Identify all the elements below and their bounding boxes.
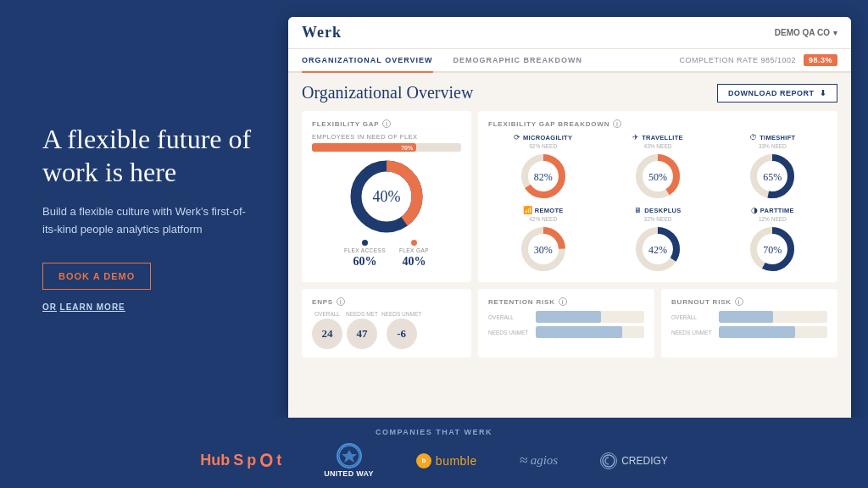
- remote-title: REMOTE: [535, 207, 564, 214]
- agios-logo: ≈ agios: [520, 452, 558, 469]
- enps-needs-met-label: NEEDS MET: [346, 311, 378, 317]
- remote-donut: 30%: [519, 225, 568, 274]
- agios-tilde-icon: ≈: [520, 452, 528, 469]
- breakdown-parttime: ◑ PARTTIME 12% NEED 70%: [718, 206, 827, 274]
- download-icon: ⬇: [820, 89, 827, 97]
- completion-pct: 98.3%: [804, 54, 837, 66]
- flex-gap-info-icon[interactable]: i: [382, 119, 391, 128]
- united-way-text: United Way: [324, 469, 374, 478]
- enps-needs-unmet-col: NEEDS UNMET -6: [381, 311, 421, 349]
- main-donut-chart: 40%: [348, 158, 425, 235]
- agios-text: agios: [531, 453, 559, 468]
- tab-organizational-overview[interactable]: ORGANIZATIONAL OVERVIEW: [302, 49, 433, 73]
- flex-access-dot: [362, 240, 368, 246]
- timeshift-donut: 65%: [748, 152, 797, 201]
- enps-needs-unmet-circle: -6: [387, 319, 417, 349]
- flex-gap-val: 40%: [402, 255, 426, 269]
- enps-overall-col: OVERALL 24: [312, 311, 342, 349]
- employees-progress-bar-bg: 70%: [312, 143, 461, 152]
- burnout-unmet-bar-fill: [719, 326, 795, 338]
- flex-legend: FLEX ACCESS 60% FLEX GAP 40%: [312, 240, 461, 269]
- credigy-circle-icon: [600, 452, 617, 469]
- hero-subtitle: Build a flexible culture with Werk's fir…: [42, 203, 254, 239]
- enps-needs-met-col: NEEDS MET 47: [346, 311, 378, 349]
- dropdown-chevron-icon[interactable]: ▾: [833, 29, 837, 37]
- deskplus-title: DESKPLUS: [644, 207, 681, 214]
- burnout-risk-bars: OVERALL NEEDS UNMET: [671, 311, 827, 338]
- hubspot-logo: HubSpꓳt: [200, 451, 281, 471]
- retention-risk-title: RETENTION RISK i: [488, 297, 644, 306]
- microagility-icon: ⟳: [514, 133, 520, 141]
- flex-breakdown-card: FLEXIBILITY GAP BREAKDOWN i ⟳ MICROAGILI…: [478, 111, 837, 282]
- travellite-need: 43% NEED: [644, 143, 672, 149]
- flex-gap-legend: FLEX GAP 40%: [399, 240, 429, 269]
- logos-row: HubSpꓳt United Way b bumble ≈ agios: [200, 443, 668, 478]
- enps-overall-val: 24: [322, 327, 333, 341]
- flex-access-label: FLEX ACCESS: [344, 247, 386, 253]
- parttime-need: 12% NEED: [759, 216, 787, 222]
- enps-needs-unmet-label: NEEDS UNMET: [381, 311, 421, 317]
- timeshift-title: TIMESHIFT: [760, 134, 795, 141]
- main-donut-pct: 40%: [373, 188, 401, 205]
- breakdown-microagility: ⟳ MICROAGILITY 92% NEED 82%: [488, 133, 598, 201]
- demo-user-label: DEMO QA CO: [775, 28, 830, 37]
- or-text: OR: [42, 302, 57, 312]
- retention-overall-row: OVERALL: [488, 311, 644, 323]
- logos-bar: COMPANIES THAT WERK HubSpꓳt United Way b…: [0, 418, 868, 488]
- retention-info-icon[interactable]: i: [559, 297, 567, 306]
- retention-overall-label: OVERALL: [488, 314, 531, 320]
- retention-risk-bars: OVERALL NEEDS UNMET: [488, 311, 644, 338]
- burnout-risk-card: BURNOUT RISK i OVERALL NEEDS U: [661, 289, 837, 358]
- hubspot-dot2-icon: ꓳ: [259, 451, 273, 471]
- completion-label: COMPLETION RATE: [680, 56, 759, 64]
- parttime-icon: ◑: [751, 206, 758, 214]
- travellite-title: TRAVELLITE: [642, 134, 683, 141]
- bottom-right-cards: RETENTION RISK i OVERALL NEEDS: [478, 289, 837, 358]
- left-panel: A flexible future of work is here Build …: [0, 0, 288, 418]
- deskplus-donut: 42%: [633, 225, 682, 274]
- flex-gap-title: FLEXIBILITY GAP i: [312, 119, 461, 128]
- progress-pct-label: 70%: [401, 145, 413, 151]
- learn-more-link[interactable]: LEARN MORE: [60, 302, 125, 312]
- burnout-unmet-bar-bg: [719, 326, 827, 338]
- download-report-button[interactable]: DOWNLOAD REPORT ⬇: [717, 84, 837, 103]
- enps-overall-circle: 24: [312, 319, 342, 349]
- enps-title: ENPS i: [312, 297, 461, 306]
- united-way-logo: United Way: [324, 443, 374, 478]
- burnout-unmet-label: NEEDS UNMET: [671, 330, 714, 336]
- burnout-unmet-row: NEEDS UNMET: [671, 326, 827, 338]
- travellite-icon: ✈: [632, 133, 639, 141]
- enps-row: OVERALL 24 NEEDS MET 47 NEED: [312, 311, 461, 349]
- employees-bar-label: EMPLOYEES IN NEED OF FLEX: [312, 133, 461, 141]
- book-demo-button[interactable]: BOOK A DEMO: [42, 263, 151, 290]
- breakdown-remote: 📶 REMOTE 42% NEED 30%: [488, 206, 598, 274]
- flex-breakdown-info-icon[interactable]: i: [613, 119, 621, 128]
- employees-progress-bar-fill: 70%: [312, 143, 416, 152]
- burnout-overall-bar-bg: [719, 311, 827, 323]
- parttime-title: PARTTIME: [760, 207, 794, 214]
- dashboard-grid: FLEXIBILITY GAP i EMPLOYEES IN NEED OF F…: [302, 111, 837, 358]
- flex-access-legend: FLEX ACCESS 60%: [344, 240, 386, 269]
- enps-info-icon[interactable]: i: [337, 297, 345, 306]
- completion-fraction: 985/1002: [760, 56, 796, 64]
- breakdown-deskplus: 🖥 DESKPLUS 32% NEED 42%: [603, 206, 712, 274]
- flex-gap-dot: [411, 240, 417, 246]
- retention-unmet-bar-bg: [536, 326, 644, 338]
- enps-overall-label: OVERALL: [314, 311, 340, 317]
- burnout-info-icon[interactable]: i: [735, 297, 743, 306]
- credigy-text: CREDIGY: [621, 455, 668, 467]
- dashboard-nav: ORGANIZATIONAL OVERVIEW DEMOGRAPHIC BREA…: [288, 49, 851, 73]
- tab-demographic-breakdown[interactable]: DEMOGRAPHIC BREAKDOWN: [453, 49, 583, 73]
- flex-access-val: 60%: [353, 255, 377, 269]
- remote-need: 42% NEED: [529, 216, 557, 222]
- flex-gap-card: FLEXIBILITY GAP i EMPLOYEES IN NEED OF F…: [302, 111, 471, 282]
- dashboard-header: Werk DEMO QA CO ▾: [288, 17, 851, 49]
- dashboard-content: Organizational Overview DOWNLOAD REPORT …: [288, 73, 851, 418]
- breakdown-travellite: ✈ TRAVELLITE 43% NEED 50%: [603, 133, 712, 201]
- retention-unmet-row: NEEDS UNMET: [488, 326, 644, 338]
- companies-label: COMPANIES THAT WERK: [376, 428, 492, 436]
- breakdown-grid: ⟳ MICROAGILITY 92% NEED 82%: [488, 133, 827, 274]
- burnout-overall-row: OVERALL: [671, 311, 827, 323]
- flex-breakdown-title: FLEXIBILITY GAP BREAKDOWN i: [488, 119, 827, 128]
- retention-overall-bar-bg: [536, 311, 644, 323]
